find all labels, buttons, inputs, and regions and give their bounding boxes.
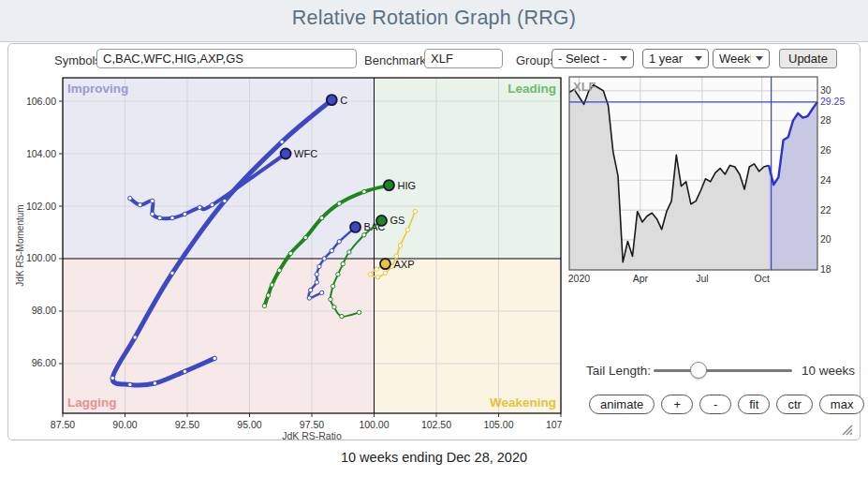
update-button[interactable]: Update [779,49,837,68]
rrg-head-C[interactable] [327,95,337,105]
xlf-date-label: 2020 [568,273,591,284]
trail-dot [317,264,321,268]
y-tick-label: 98.00 [32,305,56,316]
period-select[interactable]: 1 year [642,49,709,68]
resize-grip-icon[interactable] [840,423,853,436]
trail-dot [319,291,323,294]
xlf-date-label: Jul [696,273,708,284]
trail-dot [341,261,345,265]
quadrant-label-leading: Leading [508,82,556,96]
zoom-out-button[interactable]: - [699,395,731,414]
xlf-y-tick-label: 20 [820,233,831,245]
ticker-label-HIG: HIG [397,180,416,191]
max-button[interactable]: max [819,395,865,414]
trail-dot [331,284,334,288]
trail-dot [375,275,379,278]
xlf-date-label: Oct [755,273,770,284]
trail-dot [133,335,137,339]
tail-length-slider-track[interactable] [654,369,792,372]
x-tick-label: 100.00 [359,419,389,430]
trail-dot [210,202,213,206]
center-button[interactable]: ctr [776,395,812,414]
benchmark-chart: XLF3028262422201829.252020AprJulOct [564,75,861,292]
trail-dot [128,382,132,386]
rrg-head-AXP[interactable] [380,259,390,269]
benchmark-input[interactable] [424,49,503,68]
trail-dot [319,216,323,219]
trail-dot [262,304,266,307]
rrg-head-BAC[interactable] [350,222,360,232]
fit-button[interactable]: fit [738,395,770,414]
frequency-select[interactable]: Weekly [713,49,770,68]
xlf-y-tick-label: 30 [820,84,831,96]
ticker-label-AXP: AXP [393,259,414,270]
trail-dot [110,376,114,380]
trail-dot [322,257,326,261]
rrg-chart-svg: ImprovingLeadingLaggingWeakeningCWFCBACH… [12,74,563,440]
trail-dot [280,140,284,143]
frequency-select-value: Weekly [719,52,751,66]
trail-dot [362,233,366,237]
trail-dot [288,251,292,255]
trail-dot [398,244,402,247]
last-price-label: 29.25 [820,96,845,107]
symbols-input[interactable] [96,49,357,68]
trail-dot [277,268,281,272]
trail-dot [308,288,312,291]
trail-dot [170,216,174,219]
y-tick-label: 102.00 [26,201,56,212]
quadrant-label-weakening: Weakening [490,395,556,410]
y-tick-label: 104.00 [26,148,56,159]
groups-select[interactable]: - Select - [552,49,634,68]
y-tick-label: 100.00 [26,252,56,263]
trail-dot [315,280,318,284]
x-tick-label: 97.50 [300,419,324,430]
trail-dot [213,356,216,360]
trail-dot [303,235,307,239]
page-title: Relative Rotation Graph (RRG) [0,0,868,30]
x-tick-label: 105.00 [483,419,513,430]
trail-dot [337,240,341,244]
ticker-label-WFC: WFC [294,148,317,159]
trail-dot [170,271,174,275]
x-axis-title: JdK RS-Ratio [282,430,342,440]
tail-length-slider-handle[interactable] [690,362,707,379]
tail-length-label: Tail Length: [586,364,651,378]
trail-dot [368,273,372,276]
rrg-head-HIG[interactable] [384,180,394,190]
trail-dot [153,381,156,385]
x-tick-label: 107.50 [546,419,563,430]
chevron-down-icon [620,56,627,61]
x-tick-label: 87.50 [51,419,75,430]
benchmark-chart-svg: XLF3028262422201829.252020AprJulOct [564,75,861,289]
trail-dot [413,209,417,213]
ticker-label-C: C [340,95,347,106]
rrg-head-WFC[interactable] [281,149,291,159]
xlf-y-tick-label: 24 [820,174,831,186]
x-tick-label: 92.50 [175,419,199,430]
trail-dot [183,369,186,373]
rrg-head-GS[interactable] [376,216,387,226]
trail-dot [336,273,340,276]
y-tick-label: 106.00 [26,96,56,107]
period-select-value: 1 year [649,52,690,66]
chart-controls: animate + - fit ctr max [589,395,864,414]
footer-caption: 10 weeks ending Dec 28, 2020 [0,450,868,465]
quadrant-leading [375,78,562,259]
trail-dot [270,283,273,287]
x-tick-label: 90.00 [112,419,137,430]
trail-dot [151,199,154,202]
trail-dot [128,196,132,200]
trail-dot [307,296,311,300]
trail-dot [198,205,201,209]
y-tick-label: 96.00 [32,357,56,368]
benchmark-label: Benchmark: [364,53,429,67]
trail-dot [357,310,360,314]
zoom-in-button[interactable]: + [661,395,693,414]
animate-button[interactable]: animate [589,395,655,414]
chevron-down-icon [695,56,702,61]
ticker-label-GS: GS [390,215,405,226]
trail-dot [315,273,318,276]
y-axis-title: JdK RS-Momentum [15,204,25,286]
main-panel: Symbols: Benchmark: Groups: - Select - 1… [7,43,861,440]
